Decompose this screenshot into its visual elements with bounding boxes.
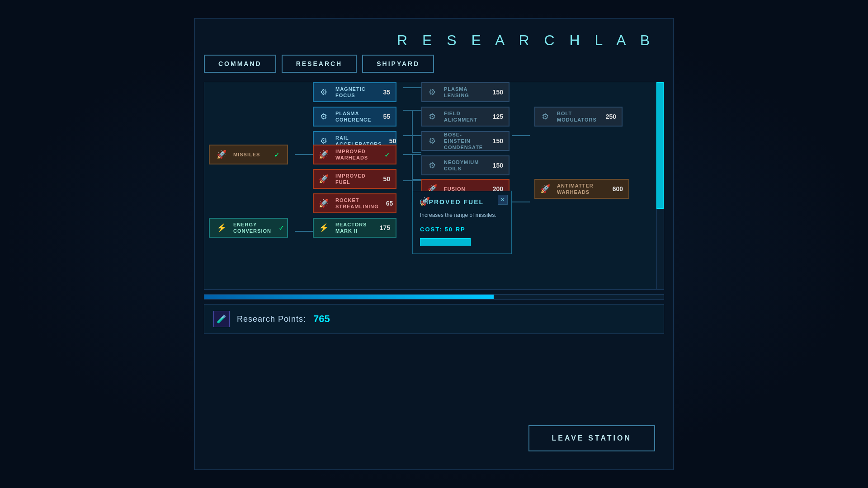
- energy-conversion-icon: ⚡: [213, 220, 230, 236]
- node-field-alignment[interactable]: ⚙ FIELDALIGNMENT 125: [421, 107, 509, 127]
- improved-warheads-icon: 🚀: [316, 146, 332, 163]
- progress-bar-fill: [204, 295, 494, 299]
- neodymium-coils-label: NEODYMIUMCOILS: [444, 159, 486, 172]
- plasma-lensing-icon: ⚙: [424, 84, 440, 100]
- node-energy-conversion[interactable]: ⚡ ENERGYCONVERSION ✓: [209, 218, 288, 238]
- rocket-streamlining-icon: 🚀: [316, 195, 332, 211]
- rail-accelerators-cost: 50: [386, 137, 400, 145]
- tooltip-cost: COST: 50 RP: [420, 226, 504, 233]
- tab-research[interactable]: RESEARCH: [282, 55, 357, 73]
- missiles-check: ✓: [270, 150, 283, 159]
- energy-conversion-label: ENERGYCONVERSION: [233, 221, 271, 235]
- improved-warheads-label: IMPROVEDWARHEADS: [335, 148, 377, 161]
- page-title: R E S E A R C H L A B: [397, 32, 655, 49]
- tooltip-icon: 🚀: [420, 197, 430, 206]
- bose-einstein-cost: 150: [489, 137, 507, 145]
- tab-bar: COMMAND RESEARCH SHIPYARD: [204, 55, 664, 73]
- magnetic-focus-cost: 35: [379, 89, 394, 96]
- neodymium-coils-icon: ⚙: [424, 157, 440, 174]
- bose-einstein-label: BOSE-EINSTEINCONDENSATE: [444, 131, 486, 151]
- research-inner: ⚙ MAGNETICFOCUS 35 ⚙ PLASMACOHERENCE 55 …: [204, 82, 664, 100]
- energy-conversion-check: ✓: [275, 224, 288, 232]
- leave-station-button[interactable]: LEAVE STATION: [528, 425, 655, 451]
- tab-shipyard[interactable]: SHIPYARD: [362, 55, 434, 73]
- reactors-mark-ii-label: REACTORSMARK II: [335, 221, 373, 235]
- improved-warheads-check: ✓: [381, 150, 394, 159]
- plasma-lensing-cost: 150: [489, 89, 507, 96]
- tab-command[interactable]: COMMAND: [204, 55, 276, 73]
- improved-fuel-cost: 50: [379, 175, 394, 183]
- rocket-streamlining-cost: 65: [382, 200, 397, 207]
- plasma-coherence-icon: ⚙: [316, 108, 332, 125]
- bose-einstein-icon: ⚙: [424, 133, 440, 149]
- field-alignment-icon: ⚙: [424, 108, 440, 125]
- tooltip-description: Increases the range of missiles.: [420, 211, 504, 220]
- plasma-coherence-label: PLASMACOHERENCE: [335, 110, 376, 123]
- research-points-label: Research Points:: [237, 314, 306, 324]
- reactors-mark-ii-icon: ⚡: [316, 220, 332, 236]
- improved-fuel-label: IMPROVEDFUEL: [335, 173, 376, 186]
- tooltip-close-button[interactable]: ✕: [498, 195, 508, 205]
- node-improved-fuel[interactable]: 🚀 IMPROVEDFUEL 50: [313, 169, 396, 189]
- antimatter-warheads-cost: 600: [609, 185, 627, 192]
- main-panel: R E S E A R C H L A B COMMAND RESEARCH S…: [194, 18, 674, 470]
- rocket-streamlining-label: ROCKETSTREAMLINING: [335, 197, 379, 210]
- bolt-modulators-label: BOLTMODULATORS: [557, 110, 599, 123]
- node-improved-warheads[interactable]: 🚀 IMPROVEDWARHEADS ✓: [313, 145, 396, 164]
- node-bolt-modulators[interactable]: ⚙ BOLTMODULATORS 250: [534, 107, 623, 127]
- research-area: ⚙ MAGNETICFOCUS 35 ⚙ PLASMACOHERENCE 55 …: [204, 82, 664, 290]
- plasma-coherence-cost: 55: [379, 113, 394, 120]
- node-plasma-coherence[interactable]: ⚙ PLASMACOHERENCE 55: [313, 107, 396, 127]
- tooltip-improved-fuel: 🚀 IMPROVED FUEL ✕ Increases the range of…: [412, 191, 512, 254]
- antimatter-warheads-label: ANTIMATTERWARHEADS: [557, 183, 605, 196]
- node-bose-einstein[interactable]: ⚙ BOSE-EINSTEINCONDENSATE 150: [421, 131, 509, 151]
- node-magnetic-focus[interactable]: ⚙ MAGNETICFOCUS 35: [313, 82, 396, 102]
- reactors-mark-ii-cost: 175: [376, 224, 394, 231]
- node-neodymium-coils[interactable]: ⚙ NEODYMIUMCOILS 150: [421, 155, 509, 175]
- research-points-icon: 🧪: [213, 311, 230, 327]
- neodymium-coils-cost: 150: [489, 162, 507, 169]
- antimatter-warheads-icon: 🚀: [537, 181, 553, 197]
- scrollbar-thumb[interactable]: [656, 82, 664, 209]
- node-reactors-mark-ii[interactable]: ⚡ REACTORSMARK II 175: [313, 218, 396, 238]
- node-rocket-streamlining[interactable]: 🚀 ROCKETSTREAMLINING 65: [313, 193, 396, 213]
- magnetic-focus-label: MAGNETICFOCUS: [335, 86, 376, 99]
- plasma-lensing-label: PLASMALENSING: [444, 86, 486, 99]
- research-points-row: 🧪 Research Points: 765: [204, 304, 664, 334]
- research-points-value: 765: [313, 313, 330, 325]
- node-missiles[interactable]: 🚀 MISSILES ✓: [209, 145, 288, 164]
- overall-progress-bar: [204, 294, 664, 300]
- outer-background: R E S E A R C H L A B COMMAND RESEARCH S…: [0, 0, 868, 488]
- bolt-modulators-cost: 250: [602, 113, 620, 120]
- field-alignment-label: FIELDALIGNMENT: [444, 110, 486, 123]
- field-alignment-cost: 125: [489, 113, 507, 120]
- improved-fuel-icon: 🚀: [316, 171, 332, 187]
- tooltip-progress-bar: [420, 238, 471, 246]
- scrollbar-track[interactable]: [656, 82, 664, 289]
- tooltip-title: IMPROVED FUEL: [420, 198, 504, 206]
- missiles-icon: 🚀: [213, 146, 230, 163]
- node-antimatter-warheads[interactable]: 🚀 ANTIMATTERWARHEADS 600: [534, 179, 629, 199]
- node-plasma-lensing[interactable]: ⚙ PLASMALENSING 150: [421, 82, 509, 102]
- magnetic-focus-icon: ⚙: [316, 84, 332, 100]
- bolt-modulators-icon: ⚙: [537, 108, 553, 125]
- missiles-label: MISSILES: [233, 151, 267, 158]
